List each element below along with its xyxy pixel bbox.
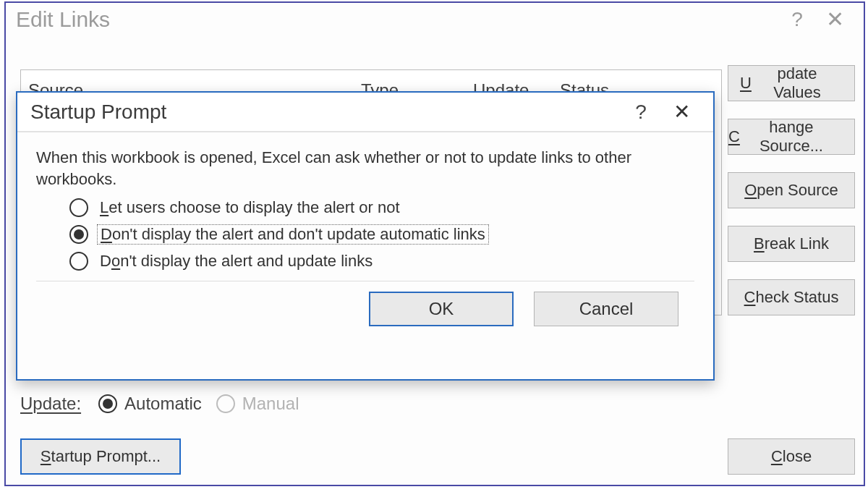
update-mode-row: Update: Automatic Manual — [20, 394, 299, 414]
option-let-users-choose[interactable]: Let users choose to display the alert or… — [69, 198, 694, 217]
update-values-accel: U — [740, 74, 752, 93]
option-rest: n't display the alert and update links — [120, 252, 373, 270]
option-label: Don't display the alert and don't update… — [97, 224, 489, 245]
update-values-label: pdate Values — [752, 64, 843, 102]
close-label: lose — [783, 447, 812, 466]
startup-prompt-title: Startup Prompt — [30, 101, 619, 124]
update-auto-rest: utomatic — [136, 394, 202, 413]
update-label: Update: — [20, 394, 81, 414]
startup-prompt-titlebar: Startup Prompt ? ✕ — [17, 93, 713, 132]
close-accel: C — [771, 447, 783, 466]
close-icon[interactable]: ✕ — [663, 100, 700, 124]
side-buttons: Update Values Change Source... Open Sour… — [728, 65, 855, 315]
update-automatic-radio[interactable]: Automatic — [98, 394, 202, 414]
break-link-accel: B — [754, 234, 765, 253]
option-accel: D — [101, 225, 112, 243]
radio-unselected-icon — [216, 394, 235, 413]
cancel-button[interactable]: Cancel — [534, 292, 678, 326]
close-icon[interactable]: ✕ — [816, 9, 854, 30]
change-source-accel: C — [728, 127, 740, 146]
break-link-label: reak Link — [765, 234, 829, 253]
change-source-label: hange Source... — [740, 118, 843, 156]
radio-selected-icon — [69, 225, 88, 244]
option-accel: L — [100, 198, 109, 216]
edit-links-titlebar: Edit Links ? ✕ — [6, 3, 864, 41]
startup-prompt-body: When this workbook is opened, Excel can … — [17, 132, 713, 334]
startup-prompt-accel: S — [41, 447, 51, 466]
option-label: Let users choose to display the alert or… — [97, 198, 403, 217]
check-status-label: heck Status — [755, 288, 838, 307]
startup-prompt-options: Let users choose to display the alert or… — [69, 198, 694, 271]
open-source-accel: O — [744, 181, 757, 200]
startup-prompt-dialog: Startup Prompt ? ✕ When this workbook is… — [16, 91, 715, 381]
startup-prompt-label: tartup Prompt... — [51, 447, 161, 466]
radio-selected-icon — [98, 394, 117, 413]
help-icon[interactable]: ? — [778, 9, 816, 30]
change-source-button[interactable]: Change Source... — [728, 119, 855, 155]
check-status-button[interactable]: Check Status — [728, 279, 855, 315]
open-source-button[interactable]: Open Source — [728, 172, 855, 208]
startup-prompt-buttons: OK Cancel — [36, 281, 694, 326]
update-manual-radio: Manual — [216, 394, 299, 414]
radio-unselected-icon — [69, 198, 88, 217]
update-automatic-label: Automatic — [124, 394, 202, 414]
option-accel: o — [111, 252, 120, 270]
option-label: Don't display the alert and update links — [97, 252, 375, 271]
update-auto-accel: A — [124, 394, 136, 413]
option-dont-alert-update[interactable]: Don't display the alert and update links — [69, 252, 694, 271]
break-link-button[interactable]: Break Link — [728, 226, 855, 262]
help-icon[interactable]: ? — [619, 101, 663, 124]
close-button[interactable]: Close — [728, 438, 855, 475]
option-prefix: D — [100, 252, 111, 270]
radio-unselected-icon — [69, 252, 88, 271]
startup-prompt-button[interactable]: Startup Prompt... — [20, 438, 181, 475]
edit-links-title: Edit Links — [16, 7, 778, 32]
option-rest: et users choose to display the alert or … — [109, 198, 399, 216]
check-status-accel: C — [744, 288, 756, 307]
update-manual-label: Manual — [242, 394, 299, 414]
open-source-label: pen Source — [757, 181, 838, 200]
option-rest: on't display the alert and don't update … — [112, 225, 485, 243]
ok-button[interactable]: OK — [369, 292, 514, 326]
option-dont-alert-dont-update[interactable]: Don't display the alert and don't update… — [69, 224, 694, 245]
update-values-button[interactable]: Update Values — [728, 65, 855, 101]
startup-prompt-description: When this workbook is opened, Excel can … — [36, 147, 694, 190]
